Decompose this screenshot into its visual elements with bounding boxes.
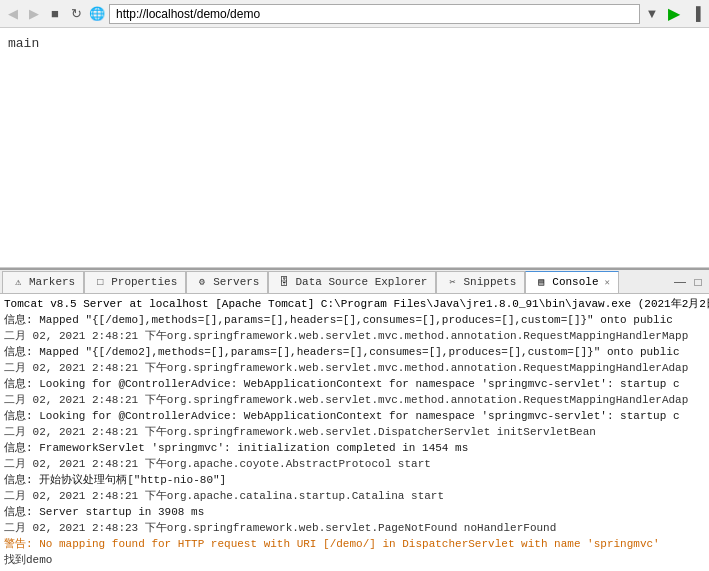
console-line: 信息: Mapped "{[/demo2],methods=[],params=… xyxy=(4,344,705,360)
console-line: 信息: Server startup in 3908 ms xyxy=(4,504,705,520)
tab-console-label: Console xyxy=(552,276,598,288)
tab-console[interactable]: ▤ Console ✕ xyxy=(525,271,619,293)
sidebar-toggle-button[interactable]: ▐ xyxy=(687,5,705,23)
console-line: 二月 02, 2021 2:48:21 下午org.springframewor… xyxy=(4,424,705,440)
console-line: 二月 02, 2021 2:48:23 下午org.springframewor… xyxy=(4,520,705,536)
tab-markers-label: Markers xyxy=(29,276,75,288)
markers-icon: ⚠ xyxy=(11,275,25,289)
tab-properties-label: Properties xyxy=(111,276,177,288)
console-line: 信息: Mapped "{[/demo],methods=[],params=[… xyxy=(4,312,705,328)
minimize-panel-button[interactable]: — xyxy=(671,273,689,291)
console-output[interactable]: Tomcat v8.5 Server at localhost [Apache … xyxy=(0,294,709,571)
tab-properties[interactable]: □ Properties xyxy=(84,271,186,293)
console-icon: ▤ xyxy=(534,275,548,289)
panel-buttons: — □ xyxy=(671,273,707,291)
tab-servers-label: Servers xyxy=(213,276,259,288)
console-line: 二月 02, 2021 2:48:21 下午org.apache.catalin… xyxy=(4,488,705,504)
console-line: 信息: Looking for @ControllerAdvice: WebAp… xyxy=(4,376,705,392)
console-line: 二月 02, 2021 2:48:21 下午org.apache.coyote.… xyxy=(4,456,705,472)
main-content: main xyxy=(0,28,709,268)
console-line: 信息: FrameworkServlet 'springmvc': initia… xyxy=(4,440,705,456)
tab-markers[interactable]: ⚠ Markers xyxy=(2,271,84,293)
eclipse-panel: ⚠ Markers □ Properties ⚙ Servers 🗄 Data … xyxy=(0,268,709,571)
properties-icon: □ xyxy=(93,275,107,289)
console-line: 找到demo xyxy=(4,552,705,568)
console-line: 二月 02, 2021 2:48:21 下午org.springframewor… xyxy=(4,360,705,376)
console-line: 二月 02, 2021 2:48:21 下午org.springframewor… xyxy=(4,328,705,344)
forward-button[interactable]: ▶ xyxy=(25,5,43,23)
snippets-icon: ✂ xyxy=(445,275,459,289)
server-header-line: Tomcat v8.5 Server at localhost [Apache … xyxy=(4,296,705,312)
console-line: 信息: Looking for @ControllerAdvice: WebAp… xyxy=(4,408,705,424)
nav-icon[interactable]: 🌐 xyxy=(88,5,106,23)
go-button[interactable]: ▶ xyxy=(664,4,684,24)
stop-button[interactable]: ■ xyxy=(46,5,64,23)
datasource-icon: 🗄 xyxy=(277,275,291,289)
tab-bar: ⚠ Markers □ Properties ⚙ Servers 🗄 Data … xyxy=(0,270,709,294)
console-line: 信息: 开始协议处理句柄["http-nio-80"] xyxy=(4,472,705,488)
address-bar[interactable] xyxy=(109,4,640,24)
console-close-icon[interactable]: ✕ xyxy=(605,277,610,288)
dropdown-button[interactable]: ▼ xyxy=(643,5,661,23)
tab-datasource-label: Data Source Explorer xyxy=(295,276,427,288)
main-text: main xyxy=(8,36,39,51)
browser-toolbar: ◀ ▶ ■ ↻ 🌐 ▼ ▶ ▐ xyxy=(0,0,709,28)
maximize-panel-button[interactable]: □ xyxy=(689,273,707,291)
back-button[interactable]: ◀ xyxy=(4,5,22,23)
tab-servers[interactable]: ⚙ Servers xyxy=(186,271,268,293)
tab-datasource[interactable]: 🗄 Data Source Explorer xyxy=(268,271,436,293)
tab-snippets[interactable]: ✂ Snippets xyxy=(436,271,525,293)
refresh-button[interactable]: ↻ xyxy=(67,5,85,23)
servers-icon: ⚙ xyxy=(195,275,209,289)
tab-snippets-label: Snippets xyxy=(463,276,516,288)
console-line: 警告: No mapping found for HTTP request wi… xyxy=(4,536,705,552)
console-line: 二月 02, 2021 2:48:21 下午org.springframewor… xyxy=(4,392,705,408)
